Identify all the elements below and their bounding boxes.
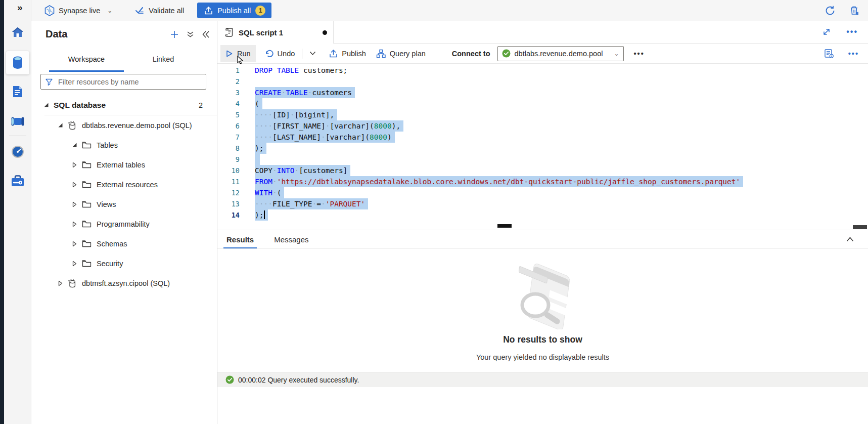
- folder-icon: [82, 181, 92, 188]
- expand-nav-icon[interactable]: »: [17, 2, 23, 13]
- empty-subtitle: Your query yielded no displayable result…: [217, 353, 868, 361]
- code-line-3[interactable]: 3CREATE·TABLE·customers: [217, 87, 868, 98]
- pool-select-dropdown[interactable]: dbtlabs.revenue.demo.pool ⌄: [497, 46, 624, 61]
- validate-icon: [134, 6, 145, 15]
- run-button[interactable]: Run: [220, 45, 256, 62]
- tree-row[interactable]: SQL database2: [31, 95, 217, 115]
- toolbar-more-icon[interactable]: •••: [634, 50, 645, 58]
- tree-row[interactable]: External resources: [31, 175, 217, 194]
- nav-home[interactable]: [6, 21, 29, 44]
- publish-icon: [329, 49, 338, 58]
- rail-divider: [9, 136, 26, 136]
- filter-input[interactable]: [57, 77, 202, 87]
- pane-resize-handle[interactable]: [497, 224, 512, 228]
- expand-node-icon[interactable]: [71, 182, 78, 188]
- tree-row[interactable]: Views: [31, 194, 217, 214]
- editor-more-icon[interactable]: •••: [848, 50, 859, 58]
- run-options-chevron[interactable]: [304, 45, 321, 62]
- collapse-node-icon[interactable]: [57, 122, 64, 128]
- tree-row[interactable]: Programmability: [31, 214, 217, 234]
- connect-to-label: Connect to: [452, 50, 490, 58]
- query-plan-icon: [376, 49, 386, 58]
- scrollbar-thumb[interactable]: [853, 225, 867, 229]
- undo-button[interactable]: Undo: [260, 45, 300, 62]
- filter-funnel-icon: [45, 78, 53, 86]
- code-line-1[interactable]: 1DROP TABLE customers;: [217, 65, 868, 76]
- toolbox-icon: [11, 175, 25, 188]
- nav-develop[interactable]: [6, 80, 29, 104]
- collapse-node-icon[interactable]: [42, 102, 50, 108]
- collapse-panel-icon[interactable]: [202, 30, 210, 38]
- collapse-results-icon[interactable]: [846, 237, 854, 242]
- tree-item-label: dbtmsft.azsyn.cipool (SQL): [82, 279, 170, 287]
- tree-item-label: dbtlabs.revenue.demo.pool (SQL): [82, 121, 192, 130]
- expand-node-icon[interactable]: [71, 162, 78, 168]
- tree-row[interactable]: Tables: [31, 135, 217, 155]
- tree-row[interactable]: Schemas: [31, 234, 217, 253]
- tree-row[interactable]: dbtlabs.revenue.demo.pool (SQL): [31, 115, 217, 135]
- document-icon: [11, 85, 24, 99]
- expand-node-icon[interactable]: [57, 280, 64, 286]
- code-line-5[interactable]: 5····[ID]·[bigint],: [217, 109, 868, 120]
- mode-switcher[interactable]: Synapse live ⌄: [44, 5, 112, 16]
- code-line-7[interactable]: 7····[LAST_NAME]·[varchar](8000): [217, 132, 868, 143]
- line-text: COPY·INTO·[customers]: [255, 165, 350, 176]
- unsaved-changes-dot: [323, 30, 327, 35]
- code-line-9[interactable]: 9: [217, 154, 868, 165]
- validate-all-button[interactable]: Validate all: [134, 6, 184, 15]
- tree-item-label: Tables: [97, 141, 118, 149]
- expand-node-icon[interactable]: [71, 221, 78, 227]
- discard-icon[interactable]: [849, 5, 860, 16]
- tab-sql-script-1[interactable]: SQL script 1: [217, 21, 334, 44]
- pool-chevron-icon: ⌄: [614, 50, 619, 57]
- code-line-14[interactable]: 14);: [217, 209, 868, 221]
- query-status-bar: 00:00:02 Query executed successfully.: [217, 372, 868, 387]
- status-message: 00:00:02 Query executed successfully.: [238, 376, 359, 384]
- tree-row[interactable]: External tables: [31, 155, 217, 175]
- code-line-10[interactable]: 10COPY·INTO·[customers]: [217, 165, 868, 176]
- tab-results[interactable]: Results: [223, 231, 257, 248]
- folder-icon: [82, 240, 92, 247]
- add-icon[interactable]: [170, 30, 179, 39]
- tab-linked[interactable]: Linked: [133, 51, 194, 71]
- chevron-down-icon: ⌄: [107, 7, 112, 14]
- code-line-11[interactable]: 11FROM·'https://dbtlabsynapsedatalake.bl…: [217, 176, 868, 187]
- tab-more-icon[interactable]: •••: [846, 27, 858, 36]
- line-text: FROM·'https://dbtlabsynapsedatalake.blob…: [255, 176, 743, 187]
- line-number: 9: [217, 154, 240, 165]
- tab-messages[interactable]: Messages: [271, 231, 311, 248]
- expand-node-icon[interactable]: [71, 241, 78, 247]
- line-text: ····[ID]·[bigint],: [255, 109, 337, 120]
- publish-button[interactable]: Publish: [324, 45, 371, 62]
- collapse-all-icon[interactable]: [187, 30, 194, 38]
- code-editor[interactable]: 1DROP TABLE customers;23CREATE·TABLE·cus…: [217, 65, 868, 229]
- line-number: 10: [217, 165, 240, 176]
- expand-node-icon[interactable]: [71, 201, 78, 207]
- database-icon: [11, 56, 24, 70]
- refresh-icon[interactable]: [825, 5, 836, 16]
- line-text: );: [255, 209, 268, 221]
- expand-editor-icon[interactable]: [822, 27, 831, 36]
- no-results-area: No results to show Your query yielded no…: [217, 251, 868, 361]
- query-plan-button[interactable]: Query plan: [371, 45, 431, 62]
- expand-node-icon[interactable]: [71, 261, 78, 267]
- tree-row[interactable]: Security: [31, 253, 217, 273]
- collapse-node-icon[interactable]: [71, 142, 78, 148]
- code-line-6[interactable]: 6····[FIRST_NAME]·[varchar](8000),: [217, 120, 868, 132]
- empty-title: No results to show: [217, 334, 868, 345]
- nav-data[interactable]: [6, 51, 29, 74]
- nav-manage[interactable]: [6, 169, 29, 193]
- code-line-2[interactable]: 2: [217, 76, 868, 87]
- nav-integrate[interactable]: [6, 110, 29, 133]
- code-line-12[interactable]: 12WITH·(: [217, 187, 868, 198]
- tab-workspace[interactable]: Workspace: [49, 51, 124, 71]
- code-line-13[interactable]: 13····FILE_TYPE·=·'PARQUET': [217, 198, 868, 209]
- folder-icon: [82, 260, 92, 267]
- code-line-4[interactable]: 4(: [217, 98, 868, 109]
- publish-count-badge: 1: [255, 6, 265, 16]
- tree-row[interactable]: dbtmsft.azsyn.cipool (SQL): [31, 273, 217, 293]
- publish-all-button[interactable]: Publish all 1: [197, 3, 271, 18]
- nav-monitor[interactable]: [6, 140, 29, 163]
- properties-icon[interactable]: [824, 49, 834, 59]
- code-line-8[interactable]: 8);: [217, 143, 868, 154]
